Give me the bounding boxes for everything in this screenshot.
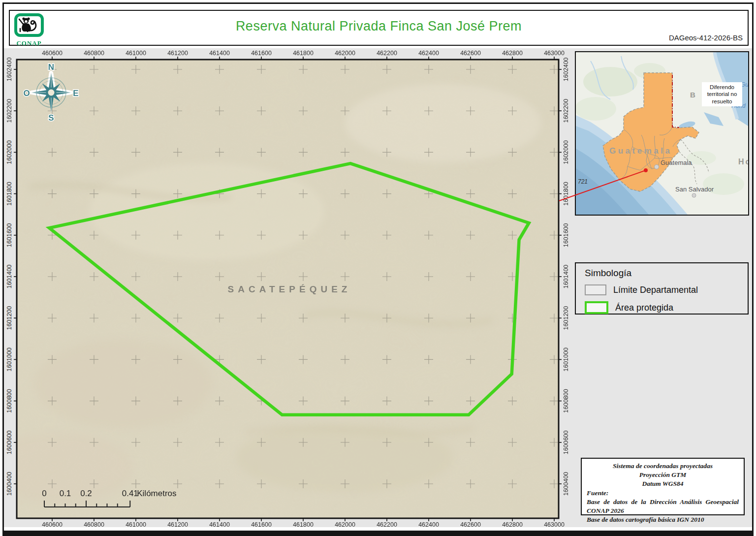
territorial-dispute-note: Diferendo territorial no resuelto bbox=[702, 82, 742, 106]
projection-line: Proyección GTM bbox=[587, 471, 739, 479]
inset-map-svg: Guatemala Guatemala San Salvador Ho B Gu… bbox=[576, 52, 748, 215]
credits-box: Sistema de coordenadas proyectadas Proye… bbox=[581, 458, 745, 515]
document-id: DAGeos-412-2026-BS bbox=[669, 33, 743, 42]
location-inset-map: Guatemala Guatemala San Salvador Ho B Gu… bbox=[575, 51, 749, 216]
legend-item-label: Límite Departamental bbox=[613, 285, 698, 295]
header: CONAP Reserva Natural Privada Finca San … bbox=[9, 10, 749, 46]
source-line-3: Base de datos cartografía básica IGN 201… bbox=[587, 515, 739, 524]
belize-label-fragment: B bbox=[690, 91, 695, 99]
inset-city2-label: San Salvador bbox=[675, 186, 714, 193]
map-sheet: CONAP Reserva Natural Privada Finca San … bbox=[0, 0, 756, 536]
legend-title: Simbología bbox=[585, 268, 748, 279]
legend-item-departmental: Límite Departamental bbox=[585, 284, 748, 295]
departmental-boundary-swatch bbox=[585, 284, 606, 295]
conap-logo-label: CONAP bbox=[13, 39, 45, 47]
san-salvador-dot bbox=[692, 193, 696, 197]
datum-line: Datum WGS84 bbox=[587, 479, 739, 488]
page-title: Reserva Natural Privada Finca San José P… bbox=[10, 19, 748, 34]
coord-system-line: Sistema de coordenadas proyectadas bbox=[587, 462, 739, 471]
honduras-label-fragment: Ho bbox=[738, 158, 748, 166]
legend: Simbología Límite Departamental Área pro… bbox=[575, 262, 749, 315]
source-line-2: CONAP 2026 bbox=[587, 506, 739, 515]
guatemala-city-dot bbox=[655, 165, 659, 169]
protected-area-swatch bbox=[585, 301, 608, 314]
inset-city-label: Guatemala bbox=[661, 159, 692, 166]
inset-country-label: Guatemala bbox=[609, 146, 672, 156]
source-line-1: Base de datos de la Dirección Análisis G… bbox=[587, 498, 739, 506]
source-heading: Fuente: bbox=[587, 489, 739, 498]
road-number-label: 721 bbox=[578, 178, 588, 185]
legend-item-protected: Área protegida bbox=[585, 301, 748, 314]
legend-item-label: Área protegida bbox=[615, 303, 673, 313]
